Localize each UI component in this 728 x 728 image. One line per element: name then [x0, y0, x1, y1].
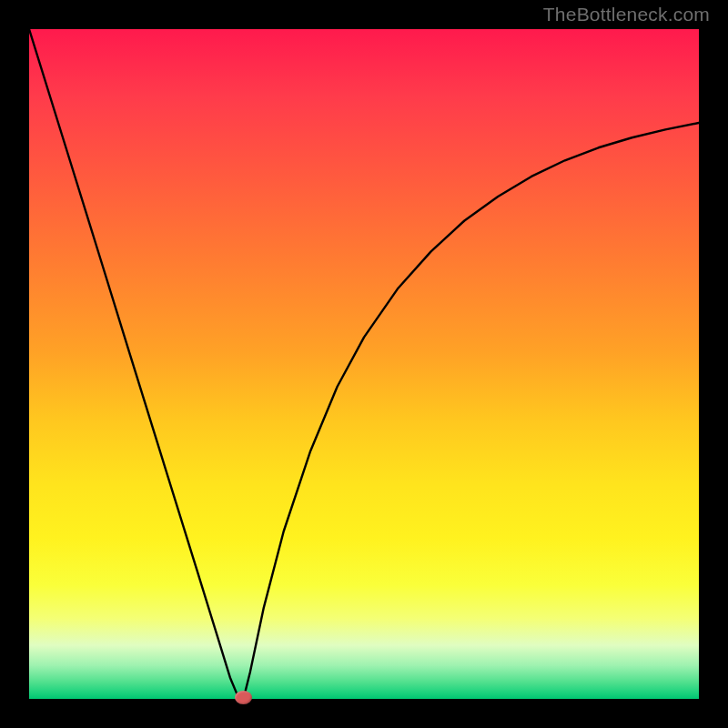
watermark-text: TheBottleneck.com: [543, 4, 710, 25]
plot-area: [29, 29, 699, 699]
minimum-marker: [235, 691, 252, 704]
chart-frame: TheBottleneck.com: [0, 0, 728, 728]
bottleneck-curve: [29, 29, 699, 699]
